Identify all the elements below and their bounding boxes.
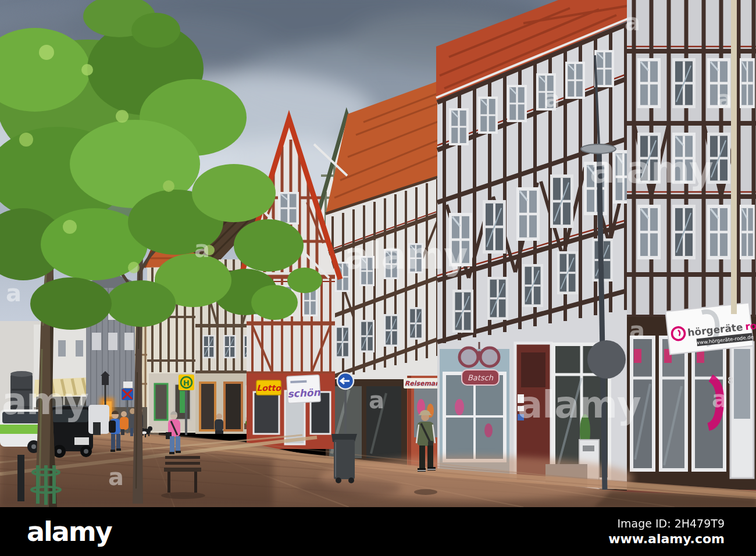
bollard — [17, 455, 24, 501]
alamy-logo: alamy — [27, 518, 112, 545]
watermark-a: a — [625, 9, 640, 35]
orange-framed-door — [200, 383, 215, 430]
orange-framed-door — [224, 383, 242, 430]
watermark-a: a — [108, 464, 124, 490]
watermark-a: a — [369, 387, 384, 414]
house-number: 8 — [728, 375, 733, 386]
watermark-a: a — [194, 236, 210, 262]
license-plate — [74, 437, 89, 445]
salon-sign: schön — [287, 375, 321, 403]
salon-label: schön — [287, 386, 321, 400]
bus-stop-label: H — [183, 379, 190, 387]
watermark-a: a — [6, 280, 22, 306]
green-banner — [180, 391, 185, 413]
litter-bin — [93, 422, 101, 435]
watermark-a: a — [629, 317, 645, 344]
building-far-right: 8 hörgeräterode www.hörgeräte-rode.de — [627, 0, 756, 507]
image-id: Image ID: 2H479T9 — [608, 517, 725, 530]
watermark-alamy: alamy — [0, 380, 88, 423]
lotto-label: Lotto — [256, 383, 281, 393]
alamy-footer-bar: alamy Image ID: 2H479T9 www.alamy.com — [0, 507, 756, 556]
watermark-alamy: alamy — [344, 234, 468, 277]
watermark-a: a — [544, 85, 560, 112]
trash-bin — [331, 434, 357, 483]
lotto-sign: Lotto — [256, 380, 281, 395]
watermark-a: a — [712, 386, 728, 412]
sign-back-disc — [587, 340, 626, 379]
stock-photo-page: Reisemarkt — [0, 0, 756, 556]
watermark-alamy: alamy — [518, 383, 641, 426]
photograph: Reisemarkt — [0, 0, 756, 507]
street-scene: Reisemarkt — [0, 0, 756, 507]
watermark-a: a — [716, 85, 732, 112]
optician-label: Batsch — [468, 373, 494, 382]
alamy-url: www.alamy.com — [608, 532, 725, 546]
watermark-alamy: alamy — [590, 148, 713, 191]
image-meta: Image ID: 2H479T9 www.alamy.com — [608, 517, 725, 546]
green-framed-door — [155, 384, 167, 420]
